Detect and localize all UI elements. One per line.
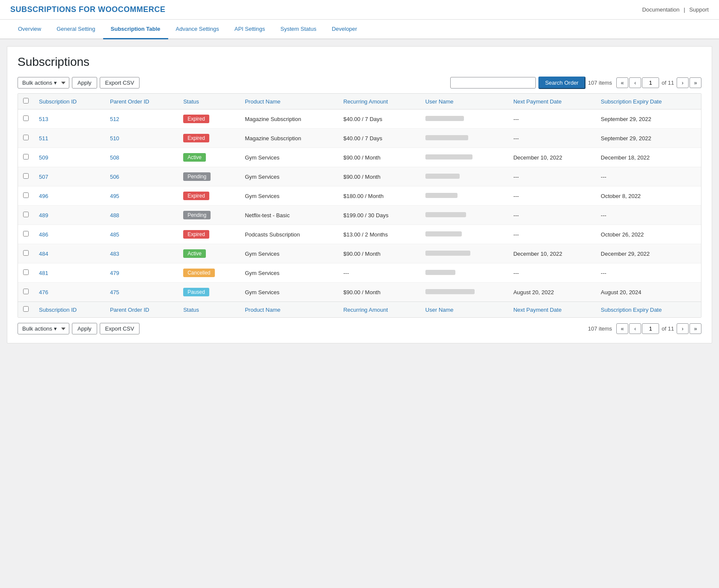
status-badge: Cancelled	[183, 269, 214, 277]
pag-prev[interactable]: ‹	[629, 77, 641, 88]
export-csv-button[interactable]: Export CSV	[100, 77, 140, 89]
parent-order-id-link[interactable]: 510	[110, 135, 119, 142]
nav-tabs: Overview General Setting Subscription Ta…	[0, 20, 719, 39]
row-status: Expired	[178, 186, 240, 206]
subscription-id-link[interactable]: 496	[39, 193, 48, 199]
row-parent-order-id: 510	[105, 129, 178, 148]
row-checkbox	[18, 148, 34, 167]
row-select-checkbox[interactable]	[23, 212, 29, 217]
pag-last-bottom[interactable]: »	[689, 323, 701, 334]
tab-api-settings[interactable]: API Settings	[227, 20, 273, 39]
subscriptions-table-wrap: Subscription ID Parent Order ID Status P…	[18, 93, 701, 318]
select-all-bottom-checkbox[interactable]	[23, 306, 29, 312]
row-parent-order-id: 495	[105, 186, 178, 206]
parent-order-id-link[interactable]: 475	[110, 289, 119, 295]
subscription-id-link[interactable]: 476	[39, 289, 48, 295]
row-select-checkbox[interactable]	[23, 154, 29, 160]
tab-general-setting[interactable]: General Setting	[49, 20, 103, 39]
bulk-actions-select[interactable]: Bulk actions ▾	[18, 77, 69, 89]
pag-next[interactable]: ›	[677, 77, 689, 88]
th-subscription-id: Subscription ID	[34, 94, 105, 109]
tfoot-product-name: Product Name	[240, 302, 338, 318]
support-link[interactable]: Support	[689, 6, 709, 13]
tfoot-user-name: User Name	[420, 302, 508, 318]
user-name-placeholder	[425, 270, 455, 275]
parent-order-id-link[interactable]: 495	[110, 193, 119, 199]
parent-order-id-link[interactable]: 506	[110, 174, 119, 180]
row-select-checkbox[interactable]	[23, 289, 29, 294]
row-expiry-date: September 29, 2022	[596, 109, 701, 129]
pag-next-bottom[interactable]: ›	[677, 323, 689, 334]
subscription-id-link[interactable]: 489	[39, 212, 48, 219]
th-next-payment-date: Next Payment Date	[508, 94, 595, 109]
tab-advance-settings[interactable]: Advance Settings	[168, 20, 227, 39]
row-recurring-amount: $199.00 / 30 Days	[338, 206, 420, 225]
tab-overview[interactable]: Overview	[10, 20, 49, 39]
row-checkbox	[18, 225, 34, 244]
row-select-checkbox[interactable]	[23, 231, 29, 236]
status-badge: Active	[183, 153, 206, 162]
search-button[interactable]: Search Order	[538, 77, 585, 89]
row-user-name	[420, 206, 508, 225]
subscriptions-table: Subscription ID Parent Order ID Status P…	[18, 94, 701, 317]
subscription-id-link[interactable]: 511	[39, 135, 48, 142]
row-parent-order-id: 475	[105, 283, 178, 302]
row-next-payment-date: December 10, 2022	[508, 244, 595, 263]
main-content: Subscriptions Bulk actions ▾ Apply Expor…	[7, 46, 712, 343]
tab-system-status[interactable]: System Status	[273, 20, 324, 39]
row-select-checkbox[interactable]	[23, 250, 29, 256]
row-product-name: Gym Services	[240, 263, 338, 283]
row-subscription-id: 509	[34, 148, 105, 167]
pag-first[interactable]: «	[616, 77, 628, 88]
row-select-checkbox[interactable]	[23, 173, 29, 179]
row-status: Active	[178, 148, 240, 167]
parent-order-id-link[interactable]: 485	[110, 231, 119, 238]
status-badge: Pending	[183, 172, 211, 181]
row-expiry-date: ---	[596, 206, 701, 225]
pagination-bottom: 107 items « ‹ of 11 › »	[588, 323, 701, 334]
parent-order-id-link[interactable]: 512	[110, 116, 119, 122]
row-select-checkbox[interactable]	[23, 135, 29, 140]
top-toolbar: Bulk actions ▾ Apply Export CSV Search O…	[18, 77, 701, 89]
table-body: 513 512 Expired Magazine Subscription $4…	[18, 109, 701, 302]
parent-order-id-link[interactable]: 479	[110, 270, 119, 276]
pag-last[interactable]: »	[689, 77, 701, 88]
row-select-checkbox[interactable]	[23, 192, 29, 198]
subscription-id-link[interactable]: 481	[39, 270, 48, 276]
status-badge: Expired	[183, 230, 209, 239]
status-badge: Expired	[183, 115, 209, 123]
tab-subscription-table[interactable]: Subscription Table	[103, 20, 168, 39]
row-subscription-id: 481	[34, 263, 105, 283]
pag-first-bottom[interactable]: «	[616, 323, 628, 334]
apply-button[interactable]: Apply	[72, 77, 97, 89]
parent-order-id-link[interactable]: 483	[110, 251, 119, 257]
documentation-link[interactable]: Documentation	[642, 6, 679, 13]
row-select-checkbox[interactable]	[23, 115, 29, 121]
th-user-name: User Name	[420, 94, 508, 109]
subscription-id-link[interactable]: 513	[39, 116, 48, 122]
select-all-checkbox[interactable]	[23, 98, 29, 103]
pag-prev-bottom[interactable]: ‹	[629, 323, 641, 334]
subscription-id-link[interactable]: 509	[39, 154, 48, 161]
table-row: 513 512 Expired Magazine Subscription $4…	[18, 109, 701, 129]
export-csv-button-bottom[interactable]: Export CSV	[100, 323, 140, 334]
search-input[interactable]	[450, 77, 536, 89]
table-row: 511 510 Expired Magazine Subscription $4…	[18, 129, 701, 148]
bulk-actions-select-bottom[interactable]: Bulk actions ▾	[18, 323, 69, 334]
subscription-id-link[interactable]: 486	[39, 231, 48, 238]
parent-order-id-link[interactable]: 508	[110, 154, 119, 161]
tab-developer[interactable]: Developer	[324, 20, 365, 39]
row-select-checkbox[interactable]	[23, 269, 29, 275]
tfoot-subscription-id: Subscription ID	[34, 302, 105, 318]
subscription-id-link[interactable]: 484	[39, 251, 48, 257]
pag-current-input[interactable]	[642, 77, 659, 88]
apply-button-bottom[interactable]: Apply	[72, 323, 97, 334]
row-parent-order-id: 479	[105, 263, 178, 283]
pag-current-input-bottom[interactable]	[642, 323, 659, 334]
parent-order-id-link[interactable]: 488	[110, 212, 119, 219]
row-subscription-id: 476	[34, 283, 105, 302]
row-product-name: Gym Services	[240, 283, 338, 302]
subscription-id-link[interactable]: 507	[39, 174, 48, 180]
user-name-placeholder	[425, 193, 458, 198]
tfoot-next-payment-date: Next Payment Date	[508, 302, 595, 318]
